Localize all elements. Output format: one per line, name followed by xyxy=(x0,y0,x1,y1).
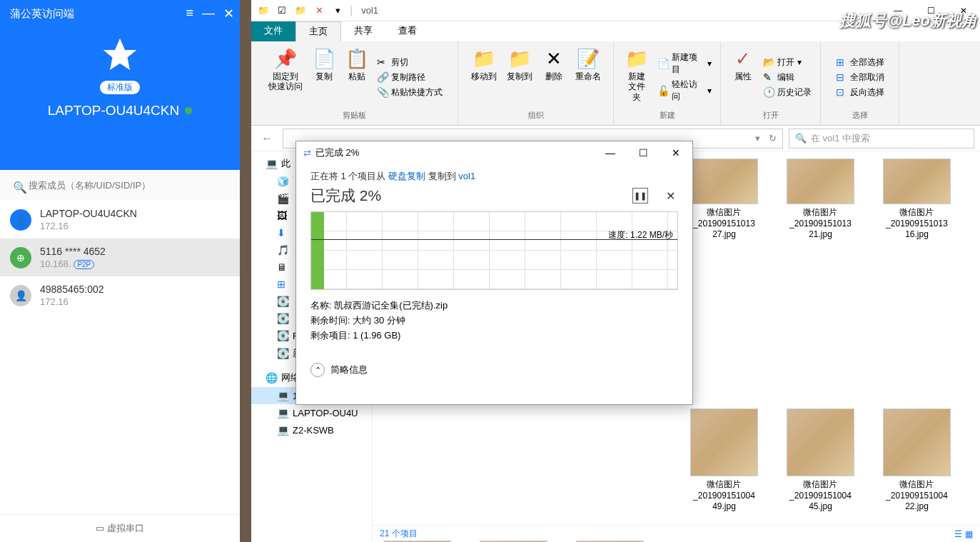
details-view-icon[interactable]: ☰ xyxy=(954,529,962,539)
member-name: 49885465:002 xyxy=(40,283,230,295)
tab-view[interactable]: 查看 xyxy=(385,21,430,41)
copy-icon: 📄 xyxy=(313,47,335,70)
source-link[interactable]: 硬盘复制 xyxy=(388,171,425,181)
file-item[interactable]: 微信图片_20190915100422.jpg xyxy=(879,408,954,526)
minimize-icon[interactable]: — xyxy=(202,6,215,21)
cut-icon: ✂ xyxy=(377,56,388,68)
selectnone-button[interactable]: ⊟全部取消 xyxy=(833,70,887,85)
delete-button[interactable]: ✕删除 xyxy=(538,44,570,110)
file-item[interactable]: 微信图片_20190915101316.jpg xyxy=(879,159,954,394)
search-icon: 🔍 xyxy=(13,181,27,194)
star-icon xyxy=(98,35,141,75)
easyaccess-button[interactable]: 🔓轻松访问▾ xyxy=(655,77,714,104)
sidebar-footer[interactable]: ▭ 虚拟串口 xyxy=(0,514,240,542)
copyto-button[interactable]: 📁复制到 xyxy=(502,44,537,110)
selectall-button[interactable]: ⊞全部选择 xyxy=(833,55,887,70)
file-item[interactable]: 微信图片_20190915101327.jpg xyxy=(687,159,762,394)
copy-source-text: 正在将 1 个项目从 硬盘复制 复制到 vol1 xyxy=(310,170,678,183)
search-box[interactable]: 🔍 在 vol1 中搜索 xyxy=(789,129,974,149)
moveto-icon: 📁 xyxy=(473,47,495,70)
properties-icon: ✓ xyxy=(732,47,754,70)
thumbnail xyxy=(787,159,854,204)
cut-button[interactable]: ✂剪切 xyxy=(374,55,445,70)
thumbnail xyxy=(690,159,758,204)
watermark: 搜狐号@Leo新视角 xyxy=(839,10,977,31)
file-item[interactable]: 微信图片_20190915100445.jpg xyxy=(783,408,858,526)
paste-icon: 📋 xyxy=(345,47,368,70)
tree-item[interactable]: 💻Z2-KSWB xyxy=(251,421,372,438)
member-item[interactable]: 👤 49885465:002 172.16 xyxy=(0,276,240,314)
ribbon: 📌固定到快速访问 📄复制 📋粘贴 ✂剪切 🔗复制路径 📎粘贴快捷方式 剪贴板 📁… xyxy=(251,41,980,126)
minimize-button[interactable]: — xyxy=(594,141,627,164)
avatar-icon: 👤 xyxy=(10,209,31,231)
details-toggle[interactable]: ⌃ 简略信息 xyxy=(310,363,678,377)
speed-label: 速度: 1.22 MB/秒 xyxy=(608,229,673,241)
tree-item[interactable]: 💻LAPTOP-OU4U xyxy=(251,404,372,421)
member-ip: 10.168.P2P xyxy=(40,259,230,269)
thumbnail xyxy=(690,408,758,476)
dialog-title: ⇄ 已完成 2% — ☐ ✕ xyxy=(296,141,692,164)
delete-icon: ✕ xyxy=(542,47,565,70)
copy-button[interactable]: 📄复制 xyxy=(308,44,340,110)
member-item[interactable]: 👤 LAPTOP-OU4U4CKN 172.16 xyxy=(0,201,240,239)
thumbnail xyxy=(883,159,951,204)
pin-button[interactable]: 📌固定到快速访问 xyxy=(264,44,307,110)
menu-icon[interactable]: ≡ xyxy=(186,6,193,21)
cancel-button[interactable]: ✕ xyxy=(662,188,678,204)
tab-share[interactable]: 共享 xyxy=(341,21,385,41)
file-item[interactable]: 微信图片_20190915100449.jpg xyxy=(687,408,762,526)
pause-button[interactable]: ❚❚ xyxy=(632,188,648,204)
progress-bar xyxy=(311,212,324,289)
avatar-icon: 👤 xyxy=(10,285,31,306)
copypath-button[interactable]: 🔗复制路径 xyxy=(374,70,445,85)
dest-link[interactable]: vol1 xyxy=(458,171,475,181)
thumbnails-view-icon[interactable]: ▦ xyxy=(965,529,973,539)
edit-button[interactable]: ✎编辑 xyxy=(760,70,814,85)
checkbox-icon[interactable]: ☑ xyxy=(274,3,290,19)
member-name: LAPTOP-OU4U4CKN xyxy=(40,208,230,219)
search-icon: 🔍 xyxy=(795,133,807,144)
status-bar: 21 个项目 ☰ ▦ xyxy=(373,525,980,542)
avatar-icon: ⊕ xyxy=(10,247,31,269)
back-button[interactable]: ← xyxy=(257,129,277,149)
pin-icon: 📌 xyxy=(274,47,297,70)
member-ip: 172.16 xyxy=(40,296,230,307)
pasteshortcut-button[interactable]: 📎粘贴快捷方式 xyxy=(374,85,445,100)
edition-badge: 标准版 xyxy=(100,81,140,94)
newfolder-button[interactable]: 📁新建文件夹 xyxy=(620,44,653,110)
member-item[interactable]: ⊕ 5116 **** 4652 10.168.P2P xyxy=(0,239,240,276)
tab-home[interactable]: 主页 xyxy=(295,21,341,41)
newfolder-icon: 📁 xyxy=(625,47,648,70)
transfer-icon: ⇄ xyxy=(303,148,311,159)
properties-button[interactable]: ✓属性 xyxy=(727,44,759,110)
status-indicator xyxy=(185,107,192,114)
newitem-button[interactable]: 📄新建项目▾ xyxy=(655,50,714,77)
refresh-icon[interactable]: ↻ xyxy=(769,133,777,144)
paste-button[interactable]: 📋粘贴 xyxy=(341,44,373,110)
rename-button[interactable]: 📝重命名 xyxy=(571,44,605,110)
thumbnail xyxy=(787,408,854,476)
tab-file[interactable]: 文件 xyxy=(251,21,295,41)
device-name: LAPTOP-OU4U4CKN xyxy=(48,103,179,119)
invert-button[interactable]: ⊡反向选择 xyxy=(833,85,887,100)
dropdown-icon[interactable]: ▾ xyxy=(330,3,345,19)
moveto-button[interactable]: 📁移动到 xyxy=(467,44,501,110)
close-icon[interactable]: ✕ xyxy=(223,6,234,21)
member-search-input[interactable] xyxy=(10,176,230,195)
window-title: vol1 xyxy=(361,5,378,16)
folder-small-icon[interactable]: 📁 xyxy=(293,3,308,19)
member-list: 👤 LAPTOP-OU4U4CKN 172.16 ⊕ 5116 **** 465… xyxy=(0,201,240,314)
file-item[interactable]: 微信图片_20190915101321.jpg xyxy=(783,159,858,394)
sidebar-header: 蒲公英访问端 ≡ — ✕ 标准版 LAPTOP-OU4U4CKN xyxy=(0,0,240,170)
folder-icon: 📁 xyxy=(256,3,271,19)
history-button[interactable]: 🕐历史记录 xyxy=(760,85,814,100)
close-button[interactable]: ✕ xyxy=(660,141,692,164)
member-ip: 172.16 xyxy=(40,221,230,231)
copy-progress-dialog: ⇄ 已完成 2% — ☐ ✕ 正在将 1 个项目从 硬盘复制 复制到 vol1 … xyxy=(295,141,693,405)
close-doc-icon[interactable]: ✕ xyxy=(311,3,327,19)
p2p-badge: P2P xyxy=(74,260,94,269)
maximize-button[interactable]: ☐ xyxy=(627,141,660,164)
speed-chart: 速度: 1.22 MB/秒 xyxy=(310,211,678,290)
member-name: 5116 **** 4652 xyxy=(40,246,230,257)
open-button[interactable]: 📂打开▾ xyxy=(760,55,814,70)
